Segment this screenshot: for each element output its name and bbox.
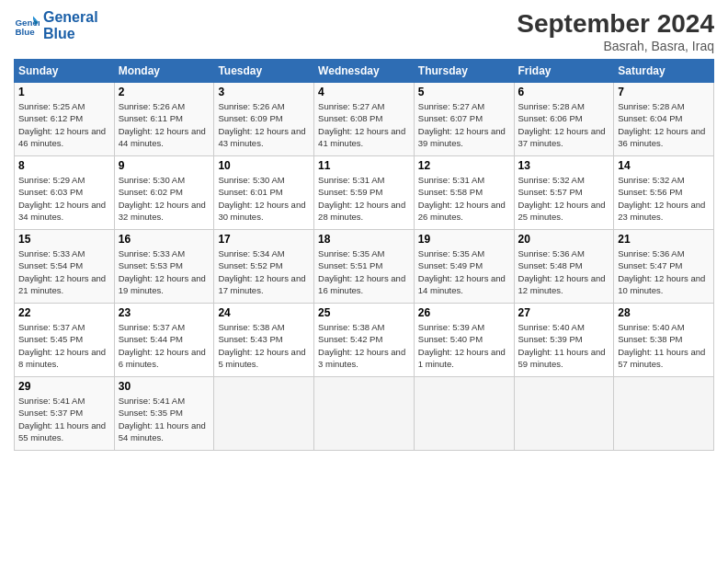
day-number: 9 (119, 159, 210, 172)
day-number: 7 (618, 86, 710, 98)
day-info: Sunrise: 5:31 AMSunset: 5:58 PMDaylight:… (418, 174, 510, 223)
day-number: 15 (18, 233, 110, 246)
weekday-header: Sunday (15, 60, 115, 83)
day-info: Sunrise: 5:35 AMSunset: 5:49 PMDaylight:… (418, 247, 510, 296)
day-info: Sunrise: 5:36 AMSunset: 5:47 PMDaylight:… (618, 247, 710, 296)
calendar-cell: 11Sunrise: 5:31 AMSunset: 5:59 PMDayligh… (314, 156, 415, 230)
day-info: Sunrise: 5:33 AMSunset: 5:54 PMDaylight:… (18, 247, 110, 296)
day-number: 20 (518, 233, 610, 246)
calendar-cell (514, 377, 614, 451)
day-number: 22 (18, 306, 110, 319)
day-info: Sunrise: 5:27 AMSunset: 6:08 PMDaylight:… (318, 100, 410, 149)
day-info: Sunrise: 5:31 AMSunset: 5:59 PMDaylight:… (318, 174, 410, 223)
day-info: Sunrise: 5:39 AMSunset: 5:40 PMDaylight:… (418, 321, 510, 370)
calendar-cell: 15Sunrise: 5:33 AMSunset: 5:54 PMDayligh… (15, 230, 115, 304)
calendar-cell (614, 377, 714, 451)
day-number: 17 (218, 233, 310, 246)
day-number: 21 (618, 233, 710, 246)
day-number: 1 (18, 86, 110, 98)
calendar-cell: 24Sunrise: 5:38 AMSunset: 5:43 PMDayligh… (214, 304, 314, 377)
weekday-header: Wednesday (314, 60, 415, 83)
day-info: Sunrise: 5:35 AMSunset: 5:51 PMDaylight:… (318, 247, 410, 296)
day-number: 10 (218, 159, 310, 172)
day-info: Sunrise: 5:25 AMSunset: 6:12 PMDaylight:… (18, 100, 110, 149)
day-number: 29 (18, 380, 110, 393)
day-info: Sunrise: 5:37 AMSunset: 5:44 PMDaylight:… (119, 321, 210, 370)
calendar-cell: 6Sunrise: 5:28 AMSunset: 6:06 PMDaylight… (514, 83, 614, 156)
calendar-cell: 10Sunrise: 5:30 AMSunset: 6:01 PMDayligh… (214, 156, 314, 230)
day-info: Sunrise: 5:38 AMSunset: 5:42 PMDaylight:… (318, 321, 410, 370)
day-info: Sunrise: 5:38 AMSunset: 5:43 PMDaylight:… (218, 321, 310, 370)
day-info: Sunrise: 5:33 AMSunset: 5:53 PMDaylight:… (119, 247, 210, 296)
page-container: General Blue General Blue September 2024… (0, 0, 728, 460)
weekday-header: Thursday (414, 60, 514, 83)
header: General Blue General Blue September 2024… (14, 9, 714, 53)
day-number: 4 (318, 86, 410, 98)
day-number: 13 (518, 159, 610, 172)
title-block: September 2024 Basrah, Basra, Iraq (517, 9, 714, 53)
day-number: 23 (119, 306, 210, 319)
day-info: Sunrise: 5:40 AMSunset: 5:38 PMDaylight:… (618, 321, 710, 370)
day-info: Sunrise: 5:41 AMSunset: 5:37 PMDaylight:… (18, 395, 110, 443)
day-number: 26 (418, 306, 510, 319)
calendar-cell: 5Sunrise: 5:27 AMSunset: 6:07 PMDaylight… (414, 83, 514, 156)
location: Basrah, Basra, Iraq (517, 39, 714, 53)
day-number: 11 (318, 159, 410, 172)
day-number: 8 (18, 159, 110, 172)
day-info: Sunrise: 5:32 AMSunset: 5:57 PMDaylight:… (518, 174, 610, 223)
day-info: Sunrise: 5:32 AMSunset: 5:56 PMDaylight:… (618, 174, 710, 223)
calendar-cell: 2Sunrise: 5:26 AMSunset: 6:11 PMDaylight… (114, 83, 214, 156)
calendar-cell: 4Sunrise: 5:27 AMSunset: 6:08 PMDaylight… (314, 83, 415, 156)
calendar-cell: 22Sunrise: 5:37 AMSunset: 5:45 PMDayligh… (15, 304, 115, 377)
day-info: Sunrise: 5:30 AMSunset: 6:01 PMDaylight:… (218, 174, 310, 223)
day-number: 27 (518, 306, 610, 319)
calendar-cell: 12Sunrise: 5:31 AMSunset: 5:58 PMDayligh… (414, 156, 514, 230)
day-info: Sunrise: 5:34 AMSunset: 5:52 PMDaylight:… (218, 247, 310, 296)
day-number: 18 (318, 233, 410, 246)
calendar-cell (214, 377, 314, 451)
calendar-table: SundayMondayTuesdayWednesdayThursdayFrid… (14, 59, 714, 451)
day-number: 16 (119, 233, 210, 246)
day-number: 14 (618, 159, 710, 172)
calendar-cell: 29Sunrise: 5:41 AMSunset: 5:37 PMDayligh… (15, 377, 115, 451)
day-info: Sunrise: 5:28 AMSunset: 6:04 PMDaylight:… (618, 100, 710, 149)
day-info: Sunrise: 5:36 AMSunset: 5:48 PMDaylight:… (518, 247, 610, 296)
weekday-header: Monday (114, 60, 214, 83)
weekday-header: Tuesday (214, 60, 314, 83)
day-number: 5 (418, 86, 510, 98)
calendar-cell: 26Sunrise: 5:39 AMSunset: 5:40 PMDayligh… (414, 304, 514, 377)
day-number: 24 (218, 306, 310, 319)
day-number: 30 (119, 380, 210, 393)
day-info: Sunrise: 5:26 AMSunset: 6:11 PMDaylight:… (119, 100, 210, 149)
weekday-header: Friday (514, 60, 614, 83)
calendar-header: SundayMondayTuesdayWednesdayThursdayFrid… (15, 60, 714, 83)
day-number: 2 (119, 86, 210, 98)
calendar-cell: 13Sunrise: 5:32 AMSunset: 5:57 PMDayligh… (514, 156, 614, 230)
day-info: Sunrise: 5:27 AMSunset: 6:07 PMDaylight:… (418, 100, 510, 149)
calendar-cell: 27Sunrise: 5:40 AMSunset: 5:39 PMDayligh… (514, 304, 614, 377)
calendar-cell: 21Sunrise: 5:36 AMSunset: 5:47 PMDayligh… (614, 230, 714, 304)
calendar-cell: 8Sunrise: 5:29 AMSunset: 6:03 PMDaylight… (15, 156, 115, 230)
day-number: 19 (418, 233, 510, 246)
day-info: Sunrise: 5:29 AMSunset: 6:03 PMDaylight:… (18, 174, 110, 223)
calendar-cell: 9Sunrise: 5:30 AMSunset: 6:02 PMDaylight… (114, 156, 214, 230)
day-number: 12 (418, 159, 510, 172)
calendar-cell: 16Sunrise: 5:33 AMSunset: 5:53 PMDayligh… (114, 230, 214, 304)
day-info: Sunrise: 5:30 AMSunset: 6:02 PMDaylight:… (119, 174, 210, 223)
day-info: Sunrise: 5:28 AMSunset: 6:06 PMDaylight:… (518, 100, 610, 149)
calendar-cell: 25Sunrise: 5:38 AMSunset: 5:42 PMDayligh… (314, 304, 415, 377)
logo-line2: Blue (43, 26, 98, 42)
calendar-cell (314, 377, 415, 451)
calendar-cell: 30Sunrise: 5:41 AMSunset: 5:35 PMDayligh… (114, 377, 214, 451)
calendar-cell: 17Sunrise: 5:34 AMSunset: 5:52 PMDayligh… (214, 230, 314, 304)
calendar-cell: 14Sunrise: 5:32 AMSunset: 5:56 PMDayligh… (614, 156, 714, 230)
month-year: September 2024 (517, 9, 714, 39)
svg-text:Blue: Blue (15, 26, 35, 36)
calendar-cell: 3Sunrise: 5:26 AMSunset: 6:09 PMDaylight… (214, 83, 314, 156)
calendar-cell: 20Sunrise: 5:36 AMSunset: 5:48 PMDayligh… (514, 230, 614, 304)
calendar-cell: 19Sunrise: 5:35 AMSunset: 5:49 PMDayligh… (414, 230, 514, 304)
day-number: 6 (518, 86, 610, 98)
logo-line1: General (43, 9, 98, 26)
calendar-cell: 7Sunrise: 5:28 AMSunset: 6:04 PMDaylight… (614, 83, 714, 156)
calendar-cell: 23Sunrise: 5:37 AMSunset: 5:44 PMDayligh… (114, 304, 214, 377)
